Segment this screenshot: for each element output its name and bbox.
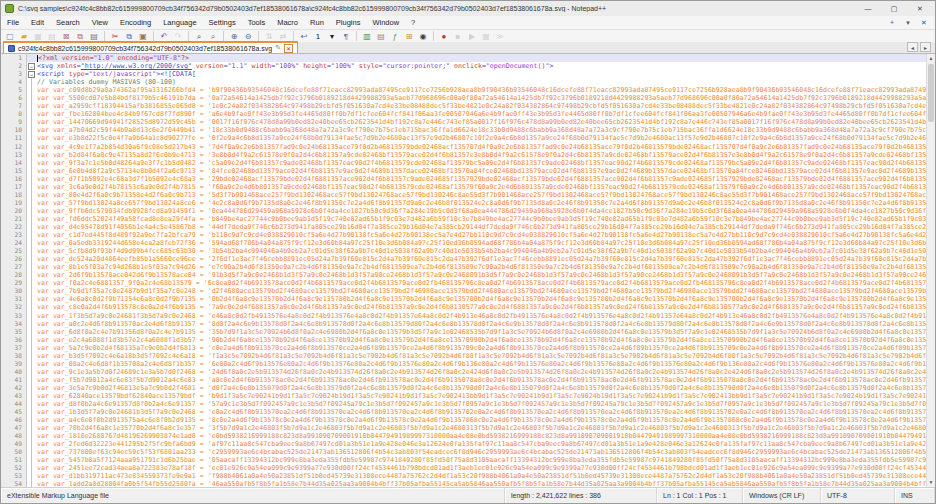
editor-line[interactable]: 21var var_fd6ddc52024f49a58fcad8e8ea29f4… — [1, 215, 926, 223]
editor-line[interactable]: 17var var_3c6a9e0d2f4b78153c6a9e0d2f4b78… — [1, 183, 926, 191]
editor-line[interactable]: 54var var_1add2a8d28004fa0b5f54fb55d2580… — [1, 480, 926, 487]
record-macro-icon[interactable]: ● — [438, 31, 450, 42]
open-file-icon[interactable]: ▰ — [18, 31, 30, 42]
editor-line[interactable]: 12var var_4c9e1f7a2b854d30a6f9c08e5d217b… — [1, 143, 926, 151]
editor-line[interactable]: 53var var_d1bb319711ac473e834559373fe9e9… — [1, 472, 926, 480]
document-list-icon[interactable]: ▤ — [375, 31, 387, 42]
menu-help[interactable]: ? — [405, 16, 421, 29]
editor-line[interactable]: 3−<script type="text/javascript"><![CDAT… — [1, 70, 926, 78]
editor-line[interactable]: 39var var_08a2c4e6d8f1b35708a2c4e6d8f1b3… — [1, 360, 926, 368]
zoom-in-icon[interactable]: ⊕ — [228, 31, 240, 42]
status-insert-mode[interactable]: INS — [895, 488, 935, 503]
editor-line[interactable]: 18var var_80e4d2f6a0c9b71358e4d2f6a0c9b7… — [1, 191, 926, 199]
print-icon[interactable]: ▤ — [88, 31, 100, 42]
close-all-icon[interactable]: ⧉ — [74, 31, 86, 42]
menu-search[interactable]: Search — [50, 16, 86, 29]
fold-margin-collapse-icon[interactable]: − — [27, 62, 37, 70]
fold-minus-icon[interactable]: − — [28, 71, 35, 78]
document-map-icon[interactable]: ▥ — [361, 31, 373, 42]
editor-line[interactable]: 40var var_9c1e3a5b7d0f24689c1e3a5b7d0f24… — [1, 368, 926, 376]
editor-line[interactable]: 42var var_3e5a7c9b0d2f46813e5a7c9b0d2f46… — [1, 384, 926, 392]
editor-line[interactable]: 10var var_a7b04d2c59f44b0a8d13c6e2f0449b… — [1, 126, 926, 134]
editor-line[interactable]: 24var var_0a5edb3319244d658e4ea2a8feb72f… — [1, 239, 926, 247]
folder-as-workspace-icon[interactable]: ⊞ — [403, 31, 415, 42]
indent-guide-dropdown-icon[interactable]: ▾ — [326, 31, 338, 42]
menu-macro[interactable]: Macro — [271, 16, 304, 29]
editor-line[interactable]: 52var var_2451ee72cad34aea8a722383e78af1… — [1, 464, 926, 472]
menu-settings[interactable]: Settings — [203, 16, 242, 29]
editor-line[interactable]: 31var var_4e6a8c0d2f9b71354e6a8c0d2f9b71… — [1, 295, 926, 303]
code-editor[interactable]: 1<?xml version="1.0" encoding="UTF-8"?>2… — [1, 54, 926, 487]
vertical-scrollbar[interactable]: ▲ ▼ — [926, 54, 935, 487]
fold-margin-collapse-icon[interactable]: − — [27, 70, 37, 78]
new-file-icon[interactable]: ▢ — [4, 31, 16, 42]
editor-line[interactable]: 19var var_57f9bd13024a8ce657f9bd13024a8c… — [1, 199, 926, 207]
scroll-down-icon[interactable]: ▼ — [927, 478, 935, 487]
menu-edit[interactable]: Edit — [25, 16, 50, 29]
editor-line[interactable]: 7var var_a2959cff18394415afb3816855e065d… — [1, 102, 926, 110]
editor-line[interactable]: 44var var_d8f0b2a4c6e91357d8f0b2a4c6e913… — [1, 400, 926, 408]
minimize-button[interactable]: — — [855, 1, 881, 16]
editor-line[interactable]: 20var var_9ffb6dc579034fdb9928fcd8a91459… — [1, 207, 926, 215]
scroll-up-icon[interactable]: ▲ — [927, 54, 935, 63]
close-tab-button-icon[interactable]: ✕ — [919, 19, 929, 27]
editor-line[interactable]: 29var var_f0a2c4e6881357_9f0a2c4e68b1357… — [1, 279, 926, 287]
editor-line[interactable]: 22var var_d4e95478d91f4056b1e4a4c5e45867… — [1, 223, 926, 231]
menu-language[interactable]: Language — [157, 16, 202, 29]
editor-line[interactable]: 25var var_5cfb8d9f93bf4d9d99b4fcc685c63b… — [1, 247, 926, 255]
editor-line[interactable]: 9var var_14470669d94941f28525d8972d59c45… — [1, 118, 926, 126]
editor-line[interactable]: 38var var_b3d5f7092c4e6a18b3d5f7092c4e6a… — [1, 352, 926, 360]
show-all-characters-icon[interactable]: 1 — [312, 31, 324, 42]
editor-line[interactable]: 15var var_6e0b4d8f2a9c57134e8b0d4f2a6c97… — [1, 167, 926, 175]
status-eol-format[interactable]: Windows (CR LF) — [743, 488, 821, 503]
tab-scroll-left-icon[interactable]: ◂ — [907, 42, 918, 52]
word-wrap-icon[interactable]: ↩ — [298, 31, 310, 42]
editor-line[interactable]: 16var var_d7f1b5092e4c68a3d7f1b5092e4c68… — [1, 175, 926, 183]
editor-line[interactable]: 27var var_8b1e5f03a7c94d268b1e5f03a7c94d… — [1, 263, 926, 271]
editor-line[interactable]: 11var var_e3b8d22f5c0e4f7a9b64a1c8d90277… — [1, 134, 926, 142]
menu-view[interactable]: View — [86, 16, 114, 29]
copy-icon[interactable]: ⧉ — [123, 31, 135, 42]
tab-scroll-right-icon[interactable]: ▸ — [920, 42, 931, 52]
editor-line[interactable]: 6var var_5500cd07e5b84bdf8179b5c46191b7d… — [1, 94, 926, 102]
find-icon[interactable]: ⌕ — [193, 31, 205, 42]
paste-icon[interactable]: ▣ — [137, 31, 149, 42]
fold-minus-icon[interactable]: − — [28, 63, 35, 70]
editor-line[interactable]: 48var var_1810e2680767d48196269903874e1a… — [1, 432, 926, 440]
editor-line[interactable]: 47var var_70b2d4f6a8c1e35770b2d4f6a8c1e3… — [1, 424, 926, 432]
editor-line[interactable]: 8var var_fbe162804bee4c84b9f67cd8f7fd890… — [1, 110, 926, 118]
editor-line[interactable]: 14var var_9f3a7c1e5b0d48264a9e3f7c1b5d04… — [1, 159, 926, 167]
editor-line[interactable]: 5var var_c09d8b29a0a74362af95a3316266bfd… — [1, 86, 926, 94]
editor-line[interactable]: 26var var_de524a20d4864eefb85b1a5660ce96… — [1, 255, 926, 263]
menu-encoding[interactable]: Encoding — [114, 16, 157, 29]
editor-line[interactable]: 50var var_737800ef63c94ec59c5f53f6801aa2… — [1, 448, 926, 456]
close-file-icon[interactable]: ⊠ — [60, 31, 72, 42]
cut-icon[interactable]: ✂ — [109, 31, 121, 42]
menu-plugins[interactable]: Plugins — [330, 16, 367, 29]
editor-line[interactable]: 28var var_2d6f9b13578ace042d6f9b13578ace… — [1, 271, 926, 279]
status-encoding[interactable]: UTF-8 — [821, 488, 895, 503]
menu-file[interactable]: File — [1, 16, 25, 29]
editor-line[interactable]: 36var var_e2c4a6088f1d3b57e2c4a6088f1d3b… — [1, 336, 926, 344]
editor-line[interactable]: 45var var_1b3d5f7a9c0e24681b3d5f7a9c0e24… — [1, 408, 926, 416]
editor-line[interactable]: 1<?xml version="1.0" encoding="UTF-8"?> — [1, 54, 926, 62]
editor-line[interactable]: 23var var_c1d7ed445f8d489f92a9ec7fa2bfca… — [1, 231, 926, 239]
editor-line[interactable]: 49var var_2fed6d32223e441295b2f5fc9bfa6b… — [1, 440, 926, 448]
editor-line[interactable]: 43var var_62840ace13579bdf62840ace13579b… — [1, 392, 926, 400]
editor-line[interactable]: 30var var_7b9d1f35a7c0e2487b9d1f35a7c0e2… — [1, 287, 926, 295]
tab-close-icon[interactable]: ✕ — [284, 44, 293, 53]
menu-run[interactable]: Run — [304, 16, 330, 29]
editor-line[interactable]: 37var var_5a7c9e0b2d4f68135a7c9e0b2d4f68… — [1, 344, 926, 352]
editor-line[interactable]: 51var var_5457b8a5f7124aaa951791c1d6b25b… — [1, 456, 926, 464]
replace-icon[interactable]: ⌕ — [207, 31, 219, 42]
editor-line[interactable]: 13var var_b2d84f6a0c9e47135a8d2f6c0b9e47… — [1, 151, 926, 159]
scrollbar-thumb[interactable] — [928, 64, 934, 122]
editor-line[interactable]: 4// Variables dummy MASIVAS (80-100) — [1, 78, 926, 86]
zoom-out-icon[interactable]: ⊖ — [242, 31, 254, 42]
new-tab-button-icon[interactable]: + — [887, 19, 897, 26]
editor-line[interactable]: 35var var_6d8f0a2c4e7b91356d8f0a2c4e7b91… — [1, 328, 926, 336]
editor-line[interactable]: 34var var_a0c2e4d6f8b913570ac2e4d6f8b913… — [1, 320, 926, 328]
close-button[interactable]: ✕ — [907, 1, 933, 16]
editor-line[interactable]: 41var var_f5b7d9012a4c6e83f5b7d9012a4c6e… — [1, 376, 926, 384]
editor-line[interactable]: 32var var_c8e0a2d4f6b913578c8e0a2d4f6b91… — [1, 303, 926, 311]
